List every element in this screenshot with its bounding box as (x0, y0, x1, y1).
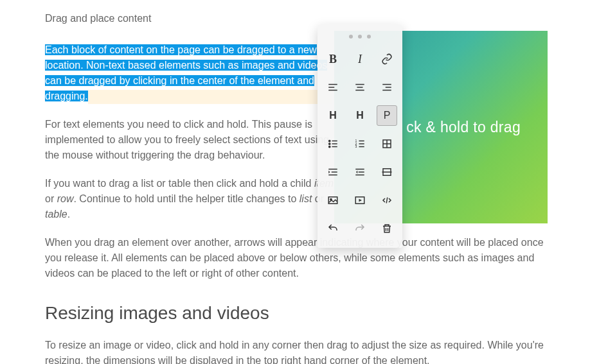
section-heading-resizing: Resizing images and videos (45, 303, 545, 324)
demo-image-caption: ck & hold to drag (406, 119, 521, 136)
bold-button[interactable]: B (323, 49, 343, 69)
page-root: Drag and place content Each block of con… (0, 0, 590, 364)
paragraph-button[interactable]: P (377, 105, 397, 126)
toolbar-row-5 (317, 158, 402, 186)
heading2-button[interactable]: H (350, 105, 370, 126)
dot-icon (358, 35, 362, 39)
paragraph-2[interactable]: For text elements you need to click and … (45, 117, 337, 163)
italic-table: table (45, 209, 67, 220)
bold-icon: B (329, 53, 337, 66)
link-button[interactable] (377, 49, 397, 69)
table-button[interactable] (377, 134, 397, 154)
indent-icon (327, 166, 339, 178)
toolbar-grid: B I H H (317, 45, 402, 243)
p3-b: or (45, 193, 57, 204)
delete-button[interactable] (377, 218, 397, 239)
undo-button[interactable] (323, 218, 343, 239)
align-left-icon (327, 82, 339, 93)
selection-tail (88, 90, 332, 104)
redo-icon (354, 223, 366, 234)
italic-icon: I (358, 53, 362, 66)
toolbar-row-6 (317, 186, 402, 214)
dot-icon (349, 35, 353, 39)
italic-list: list (299, 193, 312, 204)
align-center-button[interactable] (350, 77, 370, 98)
toolbar-row-3: H H P (317, 101, 402, 130)
italic-button[interactable]: I (350, 49, 370, 69)
align-right-button[interactable] (377, 77, 397, 98)
svg-line-36 (386, 198, 388, 204)
toolbar-drag-handle[interactable] (317, 30, 402, 45)
svg-point-13 (329, 146, 330, 147)
toolbar-row-1: B I (317, 45, 402, 73)
heading-icon: H (329, 110, 337, 121)
bullet-list-icon (327, 138, 339, 150)
dot-icon (367, 35, 371, 39)
paragraph-4[interactable]: When you drag an element over another, a… (45, 235, 545, 281)
heading1-button[interactable]: H (323, 105, 343, 126)
floating-toolbar[interactable]: B I H H (317, 24, 402, 248)
image-icon (327, 195, 339, 206)
toolbar-row-7 (317, 214, 402, 243)
link-icon (381, 53, 393, 65)
image-button[interactable] (323, 190, 343, 211)
outdent-button[interactable] (350, 162, 370, 182)
paragraph-3[interactable]: If you want to drag a list or table then… (45, 176, 337, 222)
p3-a: If you want to drag a list or table then… (45, 178, 314, 189)
paragraph-icon: P (384, 110, 391, 121)
italic-row: row (57, 193, 74, 204)
p3-c: . Continue to hold until the helper titl… (73, 193, 299, 204)
p3-e: . (67, 209, 70, 220)
trash-icon (381, 223, 393, 234)
indent-button[interactable] (323, 162, 343, 182)
paragraph-5[interactable]: To resize an image or video, click and h… (45, 338, 545, 364)
svg-marker-35 (359, 199, 362, 202)
svg-point-11 (329, 143, 330, 144)
paragraph-1[interactable]: Each block of content on the page can be… (45, 42, 337, 104)
intro-text: Drag and place content (45, 13, 545, 24)
svg-text:3: 3 (355, 144, 357, 148)
heading-icon: H (356, 110, 364, 121)
line-break-button[interactable] (377, 162, 397, 182)
align-center-icon (354, 82, 366, 93)
video-button[interactable] (350, 190, 370, 211)
code-button[interactable] (377, 190, 397, 211)
line-break-icon (381, 166, 393, 178)
undo-icon (327, 223, 339, 234)
text-column: Each block of content on the page can be… (45, 42, 337, 235)
toolbar-row-2 (317, 73, 402, 101)
numbered-list-icon: 123 (354, 138, 366, 150)
video-icon (354, 195, 366, 206)
bullet-list-button[interactable] (323, 134, 343, 154)
toolbar-row-4: 123 (317, 130, 402, 158)
align-right-icon (381, 82, 393, 93)
align-left-button[interactable] (323, 77, 343, 98)
outdent-icon (354, 166, 366, 178)
numbered-list-button[interactable]: 123 (350, 134, 370, 154)
svg-point-9 (329, 140, 330, 141)
table-icon (381, 138, 393, 150)
code-icon (381, 195, 393, 206)
redo-button[interactable] (350, 218, 370, 239)
